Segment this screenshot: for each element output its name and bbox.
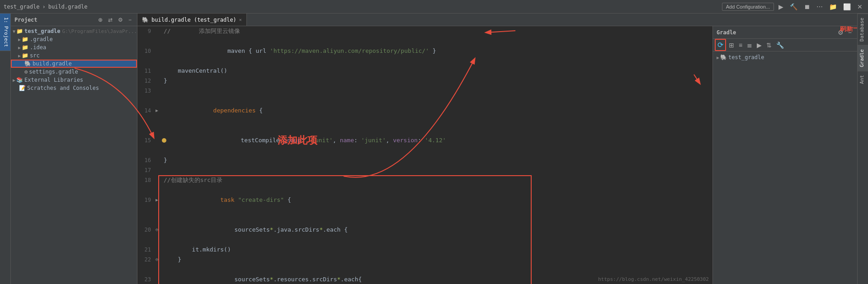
gradle-expand-button[interactable]: ≡: [737, 41, 744, 50]
file-name: build.gradle: [48, 4, 88, 10]
tree-label-settings-gradle: settings.gradle: [29, 69, 78, 75]
editor-wrapper: 🐘 build.gradle (test_gradle) ✕ 9 // 添加阿里…: [137, 14, 857, 284]
maximize-button[interactable]: ⬜: [841, 2, 853, 11]
gradle-filter-button[interactable]: ⇅: [764, 41, 774, 50]
code-line-14: 14 ▶ dependencies {: [137, 96, 712, 126]
tree-label-idea: .idea: [30, 44, 46, 51]
gradle-project-label: test_gradle: [728, 54, 764, 61]
gradle-tree-item-test[interactable]: ▶ 🐘 test_gradle: [715, 53, 855, 61]
tree-item-scratches[interactable]: 📝 Scratches and Consoles: [11, 84, 137, 92]
tree-label-scratches: Scratches and Consoles: [27, 85, 99, 91]
editor-content-area: 9 // 添加阿里云镜像 10 maven { url 'https://mav…: [137, 26, 857, 284]
breadcrumb-sep: ›: [42, 4, 45, 10]
tab-bar: 🐘 build.gradle (test_gradle) ✕: [137, 14, 857, 26]
project-name: test_gradle: [4, 4, 39, 10]
gradle-refresh-button[interactable]: ⟳: [715, 39, 726, 51]
tree-item-gradle[interactable]: ▶ 📁 .gradle: [11, 35, 137, 43]
code-editor[interactable]: 9 // 添加阿里云镜像 10 maven { url 'https://mav…: [137, 26, 712, 284]
tab-close-icon[interactable]: ✕: [239, 17, 242, 22]
code-line-16: 16 }: [137, 155, 712, 165]
run-button[interactable]: ▶: [777, 2, 785, 11]
code-line-11: 11 mavenCentral(): [137, 66, 712, 76]
gradle-panel: Gradle 刷新一下 ⚙ − ⟳ ⊞ ≡ ≣ ▶ ⇅: [712, 26, 857, 284]
tree-item-build-gradle[interactable]: 🐘 build.gradle: [11, 60, 137, 68]
tree-item-idea[interactable]: ▶ 📁 .idea: [11, 43, 137, 51]
vtab-ant[interactable]: Ant: [858, 71, 868, 88]
tree-path: G:\ProgramFiles\JavaPr...: [62, 28, 137, 34]
project-sidebar: Project ⊕ ⇄ ⚙ − ▼ 📁 test_gradle G:\Progr…: [11, 14, 137, 284]
close-window-button[interactable]: ✕: [855, 2, 864, 11]
toolbar-right: Add Configuration... ▶ 🔨 ⏹ ⋯ 📁 ⬜ ✕: [722, 2, 864, 11]
code-line-15: 15 testCompile group: 'junit', name: 'ju…: [137, 126, 712, 155]
stop-button[interactable]: ⏹: [802, 2, 812, 11]
tree-item-src[interactable]: ▶ 📁 src: [11, 51, 137, 60]
settings-icon[interactable]: ⚙: [116, 16, 125, 24]
right-tab-panel: Database Gradle Ant: [857, 14, 868, 284]
gradle-toolbar: ⟳ ⊞ ≡ ≣ ▶ ⇅ 🔧: [713, 39, 857, 51]
left-tab-panel: 1: Project: [0, 14, 11, 284]
code-line-17: 17: [137, 165, 712, 175]
tree-label-src: src: [30, 52, 40, 59]
tree-item-settings-gradle[interactable]: ⚙ settings.gradle: [11, 68, 137, 76]
gradle-icon: 🐘: [720, 54, 727, 61]
code-line-22: 22 ⊖ }: [137, 255, 712, 265]
more-button[interactable]: ⋯: [815, 2, 825, 11]
sidebar-toolbar: ⊕ ⇄ ⚙ −: [96, 16, 133, 24]
tree-label-build-gradle: build.gradle: [33, 61, 72, 67]
project-tree: ▼ 📁 test_gradle G:\ProgramFiles\JavaPr..…: [11, 26, 137, 284]
code-line-18: 18 //创建缺失的src目录: [137, 175, 712, 185]
code-line-9: 9 // 添加阿里云镜像: [137, 26, 712, 36]
code-line-12: 12 }: [137, 76, 712, 86]
gradle-collapse-button[interactable]: ≣: [745, 41, 754, 50]
add-icon[interactable]: ⊕: [96, 16, 104, 24]
gradle-header: Gradle 刷新一下 ⚙ −: [713, 26, 857, 39]
open-folder-button[interactable]: 📁: [827, 2, 839, 11]
minimize-sidebar-icon[interactable]: −: [127, 16, 133, 24]
gradle-run-button[interactable]: ▶: [755, 41, 764, 50]
main-layout: 1: Project Project ⊕ ⇄ ⚙ − ▼ 📁 test_grad…: [0, 14, 868, 284]
breadcrumb: test_gradle › build.gradle: [4, 4, 87, 10]
tree-label-external-libraries: External Libraries: [24, 77, 83, 83]
bottom-url: https://blog.csdn.net/weixin_42250302: [598, 276, 709, 282]
tree-item-external-libraries[interactable]: ▶ 📚 External Libraries: [11, 76, 137, 84]
vtab-gradle[interactable]: Gradle: [858, 45, 868, 71]
sidebar-header: Project ⊕ ⇄ ⚙ −: [11, 14, 137, 26]
tab-gradle-icon: 🐘: [142, 17, 149, 23]
sidebar-item-project-tab[interactable]: 1: Project: [0, 14, 10, 51]
code-line-20: 20 ⊖ sourceSets*.java.srcDirs*.each {: [137, 215, 712, 245]
add-configuration-button[interactable]: Add Configuration...: [722, 3, 774, 11]
tab-build-gradle[interactable]: 🐘 build.gradle (test_gradle) ✕: [137, 14, 247, 26]
sidebar-title: Project: [14, 17, 96, 23]
breakpoint-dot: [162, 138, 166, 143]
code-line-10: 10 maven { url 'https://maven.aliyun.com…: [137, 36, 712, 66]
code-line-21: 21 it.mkdirs(): [137, 245, 712, 255]
gradle-link-button[interactable]: ⊞: [727, 41, 736, 50]
sync-icon[interactable]: ⇄: [106, 16, 114, 24]
code-line-19: 19 ▶ task "create-dirs" {: [137, 185, 712, 215]
tree-item-test-gradle[interactable]: ▼ 📁 test_gradle G:\ProgramFiles\JavaPr..…: [11, 27, 137, 35]
title-bar: test_gradle › build.gradle Add Configura…: [0, 0, 868, 14]
gradle-tree: ▶ 🐘 test_gradle: [713, 51, 857, 284]
vtab-database[interactable]: Database: [858, 14, 868, 45]
tab-label: build.gradle (test_gradle): [151, 17, 236, 23]
gradle-title: Gradle: [717, 29, 836, 36]
gradle-wrench-button[interactable]: 🔧: [774, 41, 786, 50]
build-button[interactable]: 🔨: [788, 2, 799, 11]
code-line-13: 13: [137, 86, 712, 96]
refresh-annotation: 刷新一下: [840, 26, 857, 33]
tree-label-gradle: .gradle: [30, 36, 53, 42]
tree-label-test-gradle: test_gradle: [24, 28, 60, 34]
code-block: 9 // 添加阿里云镜像 10 maven { url 'https://mav…: [137, 26, 712, 284]
